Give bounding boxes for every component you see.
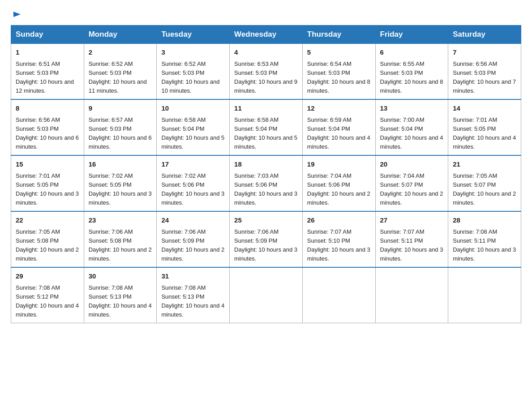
day-number: 24 [161,215,225,226]
calendar-week-4: 22Sunrise: 7:05 AMSunset: 5:08 PMDayligh… [11,211,521,267]
day-number: 4 [234,47,298,58]
day-info: Sunrise: 6:53 AMSunset: 5:03 PMDaylight:… [234,60,298,96]
calendar-cell: 4Sunrise: 6:53 AMSunset: 5:03 PMDaylight… [230,44,303,100]
day-info: Sunrise: 6:58 AMSunset: 5:04 PMDaylight:… [234,116,298,152]
calendar-cell: 22Sunrise: 7:05 AMSunset: 5:08 PMDayligh… [11,211,84,267]
day-info: Sunrise: 7:05 AMSunset: 5:07 PMDaylight:… [453,171,516,208]
day-info: Sunrise: 7:02 AMSunset: 5:05 PMDaylight:… [89,171,152,208]
calendar-cell [302,267,375,323]
calendar-week-5: 29Sunrise: 7:08 AMSunset: 5:12 PMDayligh… [11,267,521,323]
day-number: 18 [234,159,298,170]
calendar-cell: 29Sunrise: 7:08 AMSunset: 5:12 PMDayligh… [11,267,84,323]
day-info: Sunrise: 6:54 AMSunset: 5:03 PMDaylight:… [307,60,371,96]
day-info: Sunrise: 6:56 AMSunset: 5:03 PMDaylight:… [453,60,516,96]
calendar-cell: 2Sunrise: 6:52 AMSunset: 5:03 PMDaylight… [84,44,157,100]
calendar-cell: 3Sunrise: 6:52 AMSunset: 5:03 PMDaylight… [157,44,230,100]
day-number: 7 [453,47,516,58]
day-number: 5 [307,47,371,58]
day-number: 12 [307,103,371,114]
day-info: Sunrise: 6:52 AMSunset: 5:03 PMDaylight:… [89,60,152,96]
day-info: Sunrise: 7:06 AMSunset: 5:08 PMDaylight:… [89,227,152,264]
day-info: Sunrise: 7:02 AMSunset: 5:06 PMDaylight:… [161,171,225,208]
day-number: 13 [380,103,444,114]
day-number: 20 [380,159,444,170]
day-number: 3 [161,47,225,58]
day-info: Sunrise: 7:04 AMSunset: 5:07 PMDaylight:… [380,171,444,208]
day-number: 11 [234,103,298,114]
calendar-cell: 17Sunrise: 7:02 AMSunset: 5:06 PMDayligh… [157,155,230,211]
calendar-cell [375,267,448,323]
weekday-header-monday: Monday [84,26,157,44]
day-info: Sunrise: 6:59 AMSunset: 5:04 PMDaylight:… [307,116,371,152]
day-number: 30 [89,271,152,282]
day-number: 23 [89,215,152,226]
calendar-cell [448,267,521,323]
calendar-cell: 5Sunrise: 6:54 AMSunset: 5:03 PMDaylight… [302,44,375,100]
day-number: 1 [16,47,79,58]
day-info: Sunrise: 7:08 AMSunset: 5:11 PMDaylight:… [453,227,516,264]
day-info: Sunrise: 7:01 AMSunset: 5:05 PMDaylight:… [16,171,79,208]
day-number: 16 [89,159,152,170]
day-info: Sunrise: 7:06 AMSunset: 5:09 PMDaylight:… [234,227,298,264]
calendar-cell: 8Sunrise: 6:56 AMSunset: 5:03 PMDaylight… [11,99,84,155]
weekday-header-friday: Friday [375,26,448,44]
day-number: 10 [161,103,225,114]
day-info: Sunrise: 7:08 AMSunset: 5:13 PMDaylight:… [89,283,152,320]
day-info: Sunrise: 7:07 AMSunset: 5:10 PMDaylight:… [307,227,371,264]
calendar-cell: 7Sunrise: 6:56 AMSunset: 5:03 PMDaylight… [448,44,521,100]
calendar-cell: 1Sunrise: 6:51 AMSunset: 5:03 PMDaylight… [11,44,84,100]
day-number: 9 [89,103,152,114]
day-number: 17 [161,159,225,170]
day-info: Sunrise: 7:01 AMSunset: 5:05 PMDaylight:… [453,116,516,152]
weekday-header-wednesday: Wednesday [230,26,303,44]
day-number: 19 [307,159,371,170]
day-info: Sunrise: 6:56 AMSunset: 5:03 PMDaylight:… [16,116,79,152]
day-info: Sunrise: 6:51 AMSunset: 5:03 PMDaylight:… [16,60,79,96]
day-number: 28 [453,215,516,226]
calendar-cell: 13Sunrise: 7:00 AMSunset: 5:04 PMDayligh… [375,99,448,155]
weekday-header-tuesday: Tuesday [157,26,230,44]
calendar-cell: 27Sunrise: 7:07 AMSunset: 5:11 PMDayligh… [375,211,448,267]
calendar-cell: 24Sunrise: 7:06 AMSunset: 5:09 PMDayligh… [157,211,230,267]
calendar-cell: 23Sunrise: 7:06 AMSunset: 5:08 PMDayligh… [84,211,157,267]
calendar-cell: 9Sunrise: 6:57 AMSunset: 5:03 PMDaylight… [84,99,157,155]
calendar-week-1: 1Sunrise: 6:51 AMSunset: 5:03 PMDaylight… [11,44,521,100]
calendar-cell: 18Sunrise: 7:03 AMSunset: 5:06 PMDayligh… [230,155,303,211]
page-header [11,11,521,21]
day-info: Sunrise: 7:06 AMSunset: 5:09 PMDaylight:… [161,227,225,264]
calendar-cell [230,267,303,323]
day-number: 25 [234,215,298,226]
calendar-week-3: 15Sunrise: 7:01 AMSunset: 5:05 PMDayligh… [11,155,521,211]
calendar-cell: 25Sunrise: 7:06 AMSunset: 5:09 PMDayligh… [230,211,303,267]
day-info: Sunrise: 7:03 AMSunset: 5:06 PMDaylight:… [234,171,298,208]
day-number: 29 [16,271,79,282]
calendar-cell: 31Sunrise: 7:08 AMSunset: 5:13 PMDayligh… [157,267,230,323]
calendar-cell: 28Sunrise: 7:08 AMSunset: 5:11 PMDayligh… [448,211,521,267]
calendar-cell: 30Sunrise: 7:08 AMSunset: 5:13 PMDayligh… [84,267,157,323]
day-number: 2 [89,47,152,58]
day-number: 14 [453,103,516,114]
calendar-cell: 16Sunrise: 7:02 AMSunset: 5:05 PMDayligh… [84,155,157,211]
svg-marker-0 [13,12,21,17]
day-number: 27 [380,215,444,226]
weekday-header-row: SundayMondayTuesdayWednesdayThursdayFrid… [11,26,521,44]
day-number: 26 [307,215,371,226]
day-number: 15 [16,159,79,170]
day-info: Sunrise: 7:08 AMSunset: 5:13 PMDaylight:… [161,283,225,320]
day-info: Sunrise: 7:04 AMSunset: 5:06 PMDaylight:… [307,171,371,208]
weekday-header-thursday: Thursday [302,26,375,44]
calendar-week-2: 8Sunrise: 6:56 AMSunset: 5:03 PMDaylight… [11,99,521,155]
weekday-header-saturday: Saturday [448,26,521,44]
day-number: 8 [16,103,79,114]
logo [11,11,21,21]
day-number: 6 [380,47,444,58]
day-info: Sunrise: 7:08 AMSunset: 5:12 PMDaylight:… [16,283,79,320]
day-info: Sunrise: 7:00 AMSunset: 5:04 PMDaylight:… [380,116,444,152]
day-info: Sunrise: 6:55 AMSunset: 5:03 PMDaylight:… [380,60,444,96]
day-number: 31 [161,271,225,282]
calendar-cell: 20Sunrise: 7:04 AMSunset: 5:07 PMDayligh… [375,155,448,211]
calendar-cell: 6Sunrise: 6:55 AMSunset: 5:03 PMDaylight… [375,44,448,100]
calendar-cell: 11Sunrise: 6:58 AMSunset: 5:04 PMDayligh… [230,99,303,155]
day-info: Sunrise: 7:07 AMSunset: 5:11 PMDaylight:… [380,227,444,264]
calendar-cell: 26Sunrise: 7:07 AMSunset: 5:10 PMDayligh… [302,211,375,267]
